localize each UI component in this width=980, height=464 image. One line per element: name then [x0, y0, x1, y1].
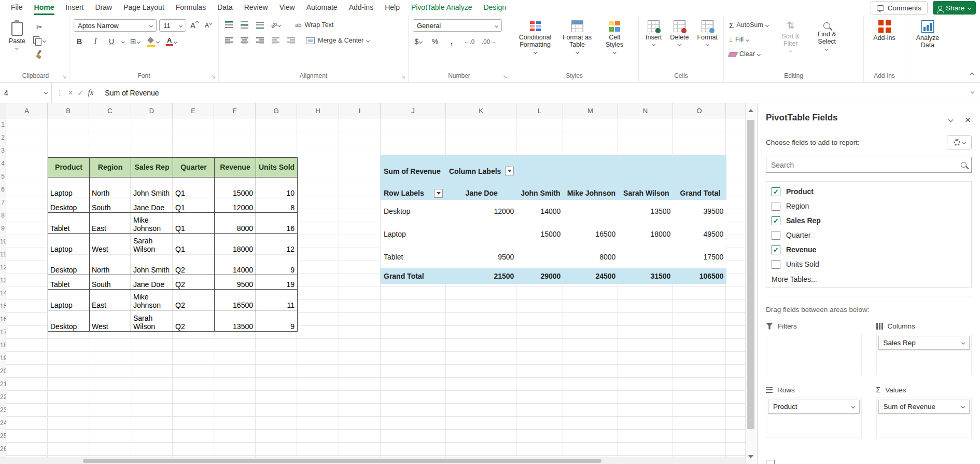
- name-box[interactable]: 4: [0, 83, 52, 103]
- values-field-chip-sum-of-revenue[interactable]: Sum of Revenue: [878, 400, 970, 414]
- enter-button[interactable]: ✓: [77, 88, 84, 98]
- align-left-button[interactable]: [223, 35, 234, 46]
- source-cell[interactable]: Q2: [173, 254, 215, 275]
- menu-tab-file[interactable]: File: [5, 1, 29, 15]
- conditional-formatting-button[interactable]: Conditional Formatting: [514, 19, 556, 54]
- pivot-value-cell[interactable]: 18000: [619, 223, 674, 245]
- source-cell[interactable]: Sarah Wilson: [131, 234, 173, 254]
- fields-search-input[interactable]: [771, 161, 961, 169]
- pivot-value-cell[interactable]: 8000: [564, 245, 619, 268]
- pivot-value-cell[interactable]: 17500: [674, 245, 726, 268]
- pivot-value-cell[interactable]: 16500: [564, 223, 619, 245]
- percent-style-button[interactable]: %: [429, 36, 441, 47]
- filters-drop-zone[interactable]: [766, 334, 862, 374]
- menu-tab-automate[interactable]: Automate: [301, 1, 343, 15]
- field-checkbox-units-sold[interactable]: [772, 260, 780, 269]
- row-header-20[interactable]: 20: [0, 365, 6, 378]
- pivot-grand-total-value[interactable]: 24500: [564, 268, 619, 284]
- row-labels-filter-button[interactable]: [434, 189, 443, 198]
- fill-color-button[interactable]: [146, 36, 160, 47]
- source-cell[interactable]: Q2: [173, 310, 215, 332]
- pivot-grand-total-value[interactable]: 31500: [619, 268, 674, 284]
- source-cell[interactable]: Jane Doe: [131, 198, 173, 213]
- insert-function-button[interactable]: fx: [88, 88, 94, 97]
- rows-drop-zone[interactable]: Product: [766, 398, 862, 438]
- formula-content[interactable]: Sum of Revenue: [97, 89, 159, 97]
- source-cell[interactable]: Q2: [173, 275, 215, 290]
- pivot-column-header-jane-doe[interactable]: Jane Doe: [446, 186, 517, 200]
- source-cell[interactable]: 9500: [215, 275, 256, 290]
- pivot-row-label[interactable]: Laptop: [381, 223, 446, 245]
- number-format-select[interactable]: General: [413, 19, 502, 32]
- row-header-25[interactable]: 25: [0, 430, 6, 443]
- source-cell[interactable]: Jane Doe: [131, 275, 173, 290]
- field-item-units-sold[interactable]: Units Sold: [766, 257, 971, 271]
- source-cell[interactable]: Laptop: [48, 178, 90, 198]
- menu-tab-draw[interactable]: Draw: [89, 1, 118, 15]
- source-cell[interactable]: 8000: [215, 213, 256, 234]
- row-header-14[interactable]: 14: [0, 287, 6, 300]
- column-header-h[interactable]: H: [297, 103, 339, 118]
- field-item-sales-rep[interactable]: ✓Sales Rep: [766, 213, 971, 228]
- pivot-row-label[interactable]: Tablet: [381, 245, 446, 268]
- horizontal-scrollbar-thumb[interactable]: [83, 459, 601, 463]
- source-cell[interactable]: Mike Johnson: [131, 213, 173, 234]
- bold-button[interactable]: B: [74, 36, 85, 47]
- row-header-3[interactable]: 3: [0, 144, 6, 157]
- source-cell[interactable]: 16500: [215, 290, 256, 310]
- source-header-cell-units-sold[interactable]: Units Sold: [256, 158, 298, 178]
- row-header-24[interactable]: 24: [0, 417, 6, 430]
- autosum-button[interactable]: Σ AutoSum: [728, 19, 769, 31]
- row-header-6[interactable]: 6: [0, 183, 6, 196]
- increase-indent-button[interactable]: [285, 35, 297, 46]
- row-header-11[interactable]: 11: [0, 248, 6, 261]
- paste-button[interactable]: Paste: [6, 19, 28, 50]
- font-name-select[interactable]: Aptos Narrow: [74, 19, 157, 32]
- pivot-column-header-sarah-wilson[interactable]: Sarah Wilson: [619, 186, 674, 200]
- tools-button[interactable]: [947, 135, 972, 149]
- column-header-b[interactable]: B: [48, 103, 89, 118]
- addins-button[interactable]: Add-ins: [868, 19, 901, 43]
- source-cell[interactable]: East: [90, 290, 131, 310]
- columns-field-chip-sales-rep[interactable]: Sales Rep: [878, 336, 970, 350]
- source-cell[interactable]: Desktop: [48, 310, 90, 332]
- menu-tab-pivottable-analyze[interactable]: PivotTable Analyze: [405, 1, 478, 15]
- source-cell[interactable]: South: [90, 275, 131, 290]
- insert-cells-button[interactable]: Insert: [643, 19, 664, 47]
- rows-field-chip-product[interactable]: Product: [768, 400, 860, 414]
- column-header-d[interactable]: D: [131, 103, 173, 118]
- field-item-quarter[interactable]: Quarter: [766, 228, 971, 242]
- source-cell[interactable]: 18000: [215, 234, 256, 254]
- column-header-k[interactable]: K: [446, 103, 516, 118]
- source-cell[interactable]: 14000: [215, 254, 256, 275]
- source-header-cell-region[interactable]: Region: [90, 158, 131, 178]
- vertical-scrollbar-thumb[interactable]: [747, 120, 754, 429]
- source-cell[interactable]: 13500: [215, 310, 256, 332]
- source-cell[interactable]: 11: [256, 290, 298, 310]
- increase-decimal-button[interactable]: ←.0: [463, 36, 475, 47]
- align-middle-button[interactable]: [239, 19, 250, 31]
- source-cell[interactable]: Sarah Wilson: [131, 310, 173, 332]
- menu-tab-formulas[interactable]: Formulas: [170, 1, 212, 15]
- source-cell[interactable]: John Smith: [131, 178, 173, 198]
- column-header-g[interactable]: G: [256, 103, 297, 118]
- row-header-19[interactable]: 19: [0, 352, 6, 365]
- source-cell[interactable]: Tablet: [48, 275, 90, 290]
- row-header-7[interactable]: 7: [0, 196, 6, 209]
- source-cell[interactable]: 15000: [215, 178, 256, 198]
- decrease-font-button[interactable]: A: [203, 20, 214, 31]
- wrap-text-button[interactable]: ab Wrap Text: [294, 19, 334, 31]
- source-cell[interactable]: 8: [256, 198, 298, 213]
- horizontal-scrollbar[interactable]: [0, 457, 745, 464]
- pivot-row-labels-cell[interactable]: Row Labels: [381, 186, 446, 200]
- source-cell[interactable]: East: [90, 213, 131, 234]
- cell-styles-button[interactable]: Cell Styles: [598, 19, 631, 54]
- source-cell[interactable]: Laptop: [48, 290, 90, 310]
- menu-tab-review[interactable]: Review: [239, 1, 274, 15]
- increase-font-button[interactable]: A: [189, 20, 200, 31]
- orientation-button[interactable]: ab: [270, 19, 282, 31]
- pivot-column-labels-cell[interactable]: Column Labels: [446, 155, 517, 178]
- source-cell[interactable]: West: [90, 310, 131, 332]
- source-cell[interactable]: Mike Johnson: [131, 290, 173, 310]
- source-cell[interactable]: West: [90, 234, 131, 254]
